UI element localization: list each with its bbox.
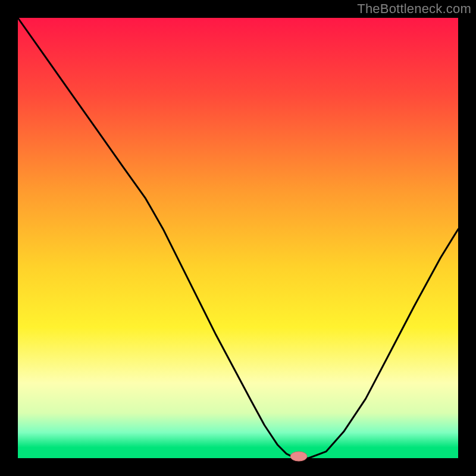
optimal-point-marker [290,452,307,461]
bottleneck-chart [0,0,476,476]
chart-container: TheBottleneck.com [0,0,476,476]
heat-gradient [18,18,458,447]
green-floor-band [18,447,458,458]
watermark-text: TheBottleneck.com [357,1,471,17]
